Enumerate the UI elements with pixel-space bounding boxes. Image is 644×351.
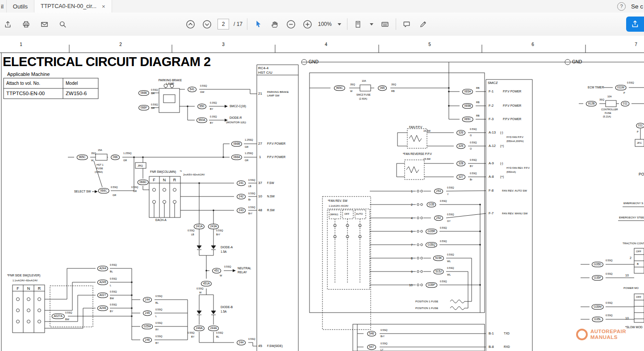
diagram-label: OFF [344, 213, 349, 216]
diagram-label: FNR SW(COLUMN) [150, 171, 176, 174]
diagram-label: B-8 [489, 345, 494, 349]
diagram-label: W [91, 159, 93, 162]
diagram-label: *FAN REV. SW [328, 200, 347, 203]
wire-id-pill: 246A [194, 326, 205, 331]
diagram-label: R [173, 178, 176, 182]
help-icon[interactable]: ? [617, 2, 626, 11]
diagram-label: 21 [258, 92, 262, 96]
wire-id-pill: 243A [208, 224, 219, 229]
diagram-label: 8 [411, 257, 413, 260]
diagram-label: P.P.V POWER [503, 90, 521, 93]
diagram-label: SELECT SW [74, 190, 91, 193]
diagram-label: JFC [637, 142, 642, 144]
diagram-label: 4 [325, 42, 327, 47]
view-mode-dropdown-button[interactable] [368, 18, 375, 30]
diagram-label: LB [248, 185, 251, 188]
search-icon [59, 20, 67, 29]
diagram-label: P.P.V POWER [267, 156, 285, 159]
diagram-label: (2.60A) [359, 98, 367, 100]
page-number-input[interactable] [217, 19, 229, 29]
chevron-down-icon [370, 23, 373, 25]
keyboard-button[interactable] [379, 18, 391, 30]
wire-id-pill: 011M [615, 85, 627, 90]
next-page-button[interactable] [201, 18, 213, 30]
diagram-label: ZW150-6 [66, 91, 87, 96]
export-button[interactable] [2, 18, 14, 30]
diagram-label: PO [639, 172, 644, 176]
diagram-label: BY [470, 165, 473, 168]
diagram-label: Attach to vol. No. [6, 81, 40, 86]
previous-page-button[interactable] [184, 18, 197, 30]
diagram-label: P [637, 131, 639, 134]
wire-id-pill: G35R [426, 229, 437, 234]
page-fit-icon [354, 20, 362, 29]
diagram-label: 0.5SQ [248, 179, 255, 182]
diagram-label: 0.5SQ [440, 280, 447, 283]
diagram-label: F-2 [489, 104, 493, 108]
zoom-dropdown-button[interactable] [336, 18, 343, 30]
diagram-label: (650mA) [506, 171, 516, 174]
wire-id-pill: 065C [462, 117, 473, 122]
tab-outils[interactable]: Outils [7, 0, 34, 13]
diagram-label: LAMP [166, 83, 174, 86]
wire-id-pill: 246 [143, 337, 152, 343]
diagram-label: 10 [625, 274, 629, 277]
wire-id-pill: 547 [367, 344, 376, 350]
diagram-label: Applicable Machine [7, 72, 50, 77]
diagram-label: PARKING BRAKE [159, 79, 182, 82]
diagram-label: 0.5SQ [381, 343, 388, 345]
share-panel-button[interactable] [626, 17, 644, 32]
email-button[interactable] [38, 18, 50, 30]
diagram-label: A-9 [489, 162, 494, 165]
page-total-label: / 17 [234, 21, 243, 27]
diagram-label: CONTROLLER [601, 109, 618, 111]
zoom-out-button[interactable] [285, 18, 297, 30]
diagram-label: GY [447, 220, 451, 223]
close-tab-icon[interactable]: × [102, 3, 105, 10]
print-button[interactable] [20, 18, 32, 30]
diagram-label: A-12 [489, 144, 496, 148]
diagram-labels-layer: 066E066F541550550A066B066A965C066066D066… [0, 36, 644, 351]
wire-id-pill: 244 [143, 297, 152, 302]
highlight-button[interactable] [417, 18, 429, 30]
diagram-label: F-3 [489, 117, 493, 121]
diagram-label: BL [216, 336, 219, 338]
diagram-label: RY [155, 329, 159, 331]
diagram-label: W [199, 292, 201, 294]
toolbar-center-group: / 17 100% [184, 13, 429, 36]
diagram-label: LAMP SW [267, 94, 280, 97]
diagram-label: SMCZ-C(16) [230, 105, 246, 108]
wire-id-pill: 451 [212, 268, 221, 273]
select-tool-button[interactable] [252, 18, 264, 30]
diagram-label: 0.5SQ [447, 267, 454, 270]
diagram-label: 1 [259, 155, 261, 159]
diagram-label: PARKING BRAKE [267, 91, 289, 93]
wire-id-pill: 515K [433, 255, 444, 261]
diagram-label: 45 [258, 344, 262, 348]
wire-id-pill: 252 [434, 215, 443, 221]
diagram-label: P.P.V POWER [503, 118, 521, 121]
toolbar-left-group [2, 13, 69, 36]
comment-button[interactable] [401, 18, 413, 30]
diagram-label: WL [447, 274, 451, 276]
wire-id-pill: 327 [456, 174, 465, 180]
diagram-label: Model [66, 81, 78, 86]
search-button[interactable] [57, 18, 69, 30]
share-icon [631, 20, 640, 29]
diagram-label: (3.86A) [95, 171, 103, 174]
diagram-label: GR [133, 190, 137, 193]
tab-document[interactable]: TTPTCA0-EN-00_cir... × [34, 0, 112, 13]
page-fit-button[interactable] [352, 18, 364, 30]
sign-in-link[interactable]: Se c [631, 3, 643, 10]
wire-id-pill: 011 [621, 101, 629, 106]
zoom-in-button[interactable] [301, 18, 314, 30]
diagram-label: BL [155, 302, 159, 305]
diagram-label: 0.3SQ [210, 116, 217, 118]
tab-accueil-cut[interactable]: il [0, 0, 7, 13]
diagram-label: 7 [635, 42, 637, 47]
wire-id-pill: 066B [231, 141, 242, 146]
hand-tool-button[interactable] [268, 18, 280, 30]
diagram-label: N [27, 287, 30, 291]
wire-id-pill: 515J [433, 269, 443, 274]
document-canvas[interactable]: 066E066F541550550A066B066A965C066066D066… [0, 36, 644, 351]
